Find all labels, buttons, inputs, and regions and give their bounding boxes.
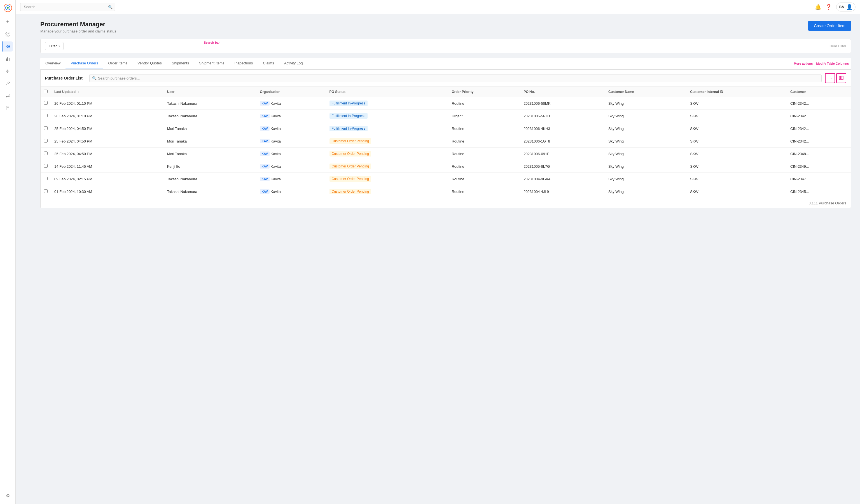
notification-icon[interactable]: 🔔 <box>815 4 821 10</box>
select-all-header[interactable] <box>41 87 51 97</box>
row-checkbox[interactable] <box>44 152 47 155</box>
cell-po-no: 20231004-9GK4 <box>520 173 605 185</box>
row-checkbox[interactable] <box>44 101 47 105</box>
row-checkbox-cell[interactable] <box>41 97 51 110</box>
tab-shipments[interactable]: Shipments <box>167 58 194 69</box>
search-container: 🔍 <box>20 3 115 11</box>
sidebar-item-analytics[interactable] <box>3 54 13 64</box>
row-checkbox-cell[interactable] <box>41 135 51 147</box>
cell-customer-internal-id: SKW <box>687 110 787 123</box>
status-badge: Customer Order Pending <box>330 138 371 144</box>
col-po-no[interactable]: PO No. <box>520 87 605 97</box>
cell-customer-internal-id: SKW <box>687 97 787 110</box>
table-title: Purchase Order List <box>45 76 83 80</box>
user-initials: BA <box>839 5 844 9</box>
col-order-priority[interactable]: Order Priority <box>448 87 520 97</box>
sidebar-item-files[interactable] <box>3 103 13 113</box>
tab-claims[interactable]: Claims <box>258 58 279 69</box>
cell-customer-internal-id: SKW <box>687 147 787 160</box>
cell-organization: KAV Kavita <box>256 160 326 173</box>
search-icon: 🔍 <box>108 5 113 9</box>
tab-vendor-quotes[interactable]: Vendor Quotes <box>132 58 167 69</box>
cell-po-status: Fulfillment In-Progress <box>326 123 448 135</box>
cell-last-updated: 26 Feb 2024, 01:10 PM <box>51 110 164 123</box>
table-search-input[interactable] <box>89 74 822 82</box>
create-order-item-button[interactable]: Create Order Item <box>808 21 851 31</box>
org-tag: KAV <box>260 114 269 118</box>
cell-po-no: 20231006-56TD <box>520 110 605 123</box>
row-checkbox[interactable] <box>44 177 47 180</box>
org-tag: KAV <box>260 126 269 131</box>
col-organization[interactable]: Organization <box>256 87 326 97</box>
tabs-container: Overview Purchase Orders Order Items Ven… <box>40 58 851 69</box>
row-checkbox-cell[interactable] <box>41 110 51 123</box>
cell-customer-name: Sky Wing <box>605 135 687 147</box>
clear-filter-button[interactable]: Clear Filter <box>828 44 846 48</box>
tab-purchase-orders[interactable]: Purchase Orders <box>66 58 103 69</box>
user-menu[interactable]: BA 👤 <box>836 2 856 12</box>
row-checkbox[interactable] <box>44 126 47 130</box>
table-header-bar: Purchase Order List 🔍 ··· <box>41 70 851 87</box>
sidebar-item-flight[interactable]: ✈ <box>3 66 13 76</box>
row-checkbox-cell[interactable] <box>41 123 51 135</box>
row-checkbox[interactable] <box>44 139 47 143</box>
row-checkbox[interactable] <box>44 189 47 193</box>
row-checkbox[interactable] <box>44 114 47 117</box>
sidebar-item-active[interactable] <box>2 41 13 52</box>
svg-rect-11 <box>839 76 841 80</box>
row-checkbox-cell[interactable] <box>41 160 51 173</box>
modify-columns-button[interactable] <box>836 73 846 83</box>
tab-activity-log[interactable]: Activity Log <box>279 58 308 69</box>
sidebar-item-tools[interactable] <box>3 78 13 88</box>
svg-point-2 <box>7 7 9 9</box>
search-input[interactable] <box>20 3 115 11</box>
status-badge: Fulfillment In-Progress <box>330 126 368 131</box>
row-checkbox-cell[interactable] <box>41 185 51 198</box>
cell-order-priority: Routine <box>448 135 520 147</box>
tab-inspections[interactable]: Inspections <box>230 58 258 69</box>
filter-button[interactable]: Filter ▾ <box>45 42 63 50</box>
tab-overview[interactable]: Overview <box>40 58 66 69</box>
col-customer-internal-id[interactable]: Customer Internal ID <box>687 87 787 97</box>
status-badge: Customer Order Pending <box>330 151 371 157</box>
cell-customer-internal-id: SKW <box>687 173 787 185</box>
help-icon[interactable]: ❓ <box>826 4 832 10</box>
org-badge: KAV Kavita <box>260 114 281 118</box>
cell-last-updated: 25 Feb 2024, 04:50 PM <box>51 123 164 135</box>
org-badge: KAV Kavita <box>260 164 281 169</box>
app-logo[interactable] <box>3 3 12 12</box>
col-po-status[interactable]: PO Status <box>326 87 448 97</box>
svg-rect-7 <box>6 58 7 61</box>
page-header: Procurement Manager Manage your purchase… <box>40 21 851 33</box>
sidebar-add-button[interactable]: + <box>3 17 13 27</box>
org-badge: KAV Kavita <box>260 189 281 194</box>
org-tag: KAV <box>260 164 269 169</box>
table-header-row: Last Updated ↓ User Organization PO Stat… <box>41 87 851 97</box>
tab-order-items[interactable]: Order Items <box>103 58 132 69</box>
chevron-down-icon: ▾ <box>58 44 60 47</box>
cell-po-status: Customer Order Pending <box>326 160 448 173</box>
sidebar-item-home[interactable] <box>3 29 13 39</box>
select-all-checkbox[interactable] <box>44 90 47 93</box>
sidebar-item-settings[interactable]: ⚙ <box>3 491 13 501</box>
table-container: Purchase Order List 🔍 ··· <box>40 69 851 208</box>
row-checkbox-cell[interactable] <box>41 173 51 185</box>
page-subtitle: Manage your purchase order and claims st… <box>40 29 116 33</box>
cell-organization: KAV Kavita <box>256 97 326 110</box>
cell-last-updated: 26 Feb 2024, 01:10 PM <box>51 97 164 110</box>
org-badge: KAV Kavita <box>260 101 281 105</box>
col-last-updated[interactable]: Last Updated ↓ <box>51 87 164 97</box>
col-customer-name[interactable]: Customer Name <box>605 87 687 97</box>
table-row: 25 Feb 2024, 04:50 PM Mori Tanaka KAV Ka… <box>41 135 851 147</box>
tab-shipment-items[interactable]: Shipment Items Search bar <box>194 58 229 69</box>
col-customer[interactable]: Customer <box>787 87 851 97</box>
row-checkbox[interactable] <box>44 164 47 168</box>
cell-po-no: 20231005-8L7G <box>520 160 605 173</box>
more-actions-button[interactable]: ··· <box>825 73 835 83</box>
cell-po-no: 20231006-58MK <box>520 97 605 110</box>
org-tag: KAV <box>260 189 269 194</box>
org-tag: KAV <box>260 139 269 143</box>
sidebar-item-transfer[interactable] <box>3 91 13 101</box>
row-checkbox-cell[interactable] <box>41 147 51 160</box>
col-user[interactable]: User <box>164 87 257 97</box>
